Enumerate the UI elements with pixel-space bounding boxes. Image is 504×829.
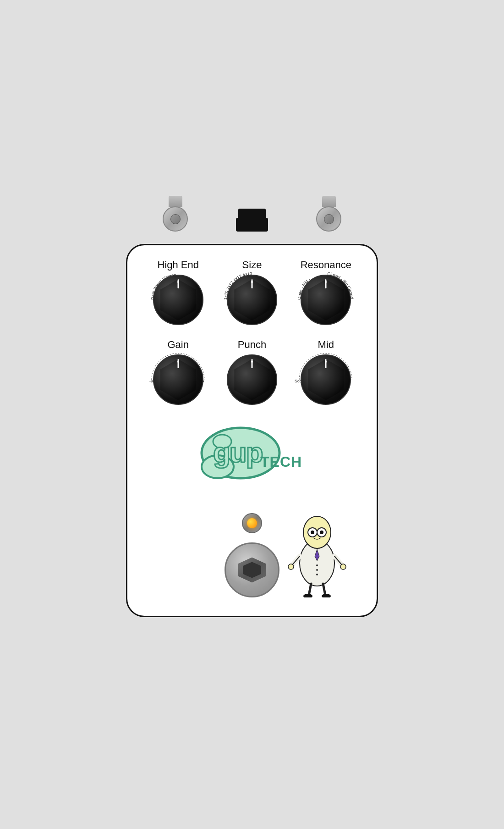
knob-group-gain: Gain -9dB +12dB [144,339,213,405]
knob-group-punch: Punch [218,339,286,405]
punch-knob[interactable] [227,354,277,405]
mid-knob[interactable] [301,354,351,405]
svg-line-30 [309,584,311,595]
svg-point-18 [311,531,314,534]
punch-knob-dot [251,361,253,363]
resonance-label: Resonance [301,259,351,271]
svg-point-32 [303,594,312,597]
output-jack-wrapper [316,196,341,232]
resonance-knob-inner [305,279,346,321]
punch-knob-wrapper[interactable] [227,354,277,405]
jack-neck-left [169,196,182,207]
knob-group-resonance: Resonance Open - Mid - Closed - Big Clos… [291,259,360,325]
jack-neck-right [322,196,336,207]
mascot [285,506,349,597]
center-jack-wrapper [236,209,268,232]
gain-knob-dot [177,361,179,363]
footswitch-base[interactable] [225,542,279,597]
footswitch-inner [243,562,261,578]
svg-point-22 [316,569,318,571]
mid-knob-inner [305,359,346,400]
knobs-row-1: High End Dark Warm Vintage Modern Hifi [141,259,363,325]
svg-point-28 [288,564,294,569]
size-label: Size [242,259,262,271]
footswitch-nut[interactable] [238,558,266,583]
punch-label: Punch [238,339,266,351]
knob-group-mid: Mid Scoop Flat [291,339,360,405]
led-assembly [242,513,262,533]
svg-point-23 [316,574,318,575]
pedal-body: High End Dark Warm Vintage Modern Hifi [126,244,378,617]
high-end-knob-dot [177,281,179,283]
resonance-knob-dot [325,281,327,283]
resonance-knob-wrapper[interactable]: Open - Mid - Closed - Big Closed [301,275,351,325]
punch-knob-inner [231,359,273,400]
top-jacks [126,196,378,232]
logo-area: gup TECH [141,419,363,483]
knobs-row-2: Gain -9dB +12dB [141,339,363,405]
mid-knob-dot [325,361,327,363]
high-end-knob[interactable] [153,275,203,325]
svg-text:TECH: TECH [260,453,302,470]
svg-text:gup: gup [213,437,263,468]
high-end-knob-wrapper[interactable]: Dark Warm Vintage Modern Hifi [153,275,203,325]
mascot-svg [285,506,349,597]
mid-knob-wrapper[interactable]: Scoop Flat [301,354,351,405]
input-jack [163,206,188,232]
brand-logo: gup TECH [188,419,316,483]
svg-point-29 [340,564,346,569]
gain-label: Gain [167,339,188,351]
size-knob-inner [231,279,273,321]
led-indicator [247,518,257,528]
resonance-knob[interactable] [301,275,351,325]
gain-knob[interactable] [153,354,203,405]
knob-group-size: Size 1x10 2x12 4x12 4x10B 1x15B 8x10 [218,259,286,325]
output-jack [316,206,341,232]
svg-point-21 [316,564,318,566]
gain-knob-inner [158,359,199,400]
mid-label: Mid [318,339,334,351]
size-knob[interactable] [227,275,277,325]
gain-knob-wrapper[interactable]: -9dB +12dB [153,354,203,405]
high-end-label: High End [157,259,199,271]
center-controls [225,513,279,597]
controls-area [141,492,363,597]
knob-group-high-end: High End Dark Warm Vintage Modern Hifi [144,259,213,325]
led-nut [242,513,262,533]
center-jack-neck [238,209,266,218]
size-knob-dot [251,281,253,283]
footswitch-assembly [225,542,279,597]
svg-point-19 [320,531,323,534]
input-jack-wrapper [163,196,188,232]
size-knob-wrapper[interactable]: 1x10 2x12 4x12 4x10B 1x15B 8x10 [227,275,277,325]
center-jack [236,218,268,232]
high-end-knob-inner [158,279,199,321]
svg-point-33 [322,594,331,597]
svg-line-31 [323,584,325,595]
